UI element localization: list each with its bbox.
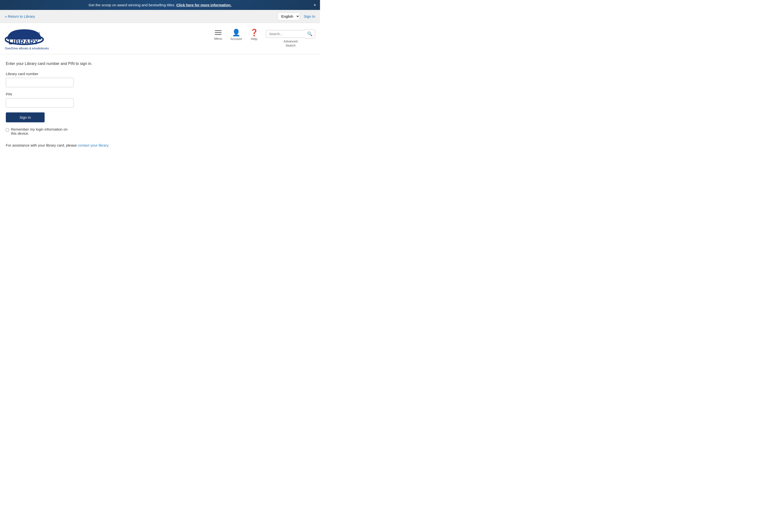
assistance-prefix: For assistance with your library card, p… xyxy=(6,143,77,147)
language-select[interactable]: English xyxy=(277,12,300,20)
banner-text: Get the scoop on award winning and bests… xyxy=(88,3,175,7)
remember-row: Remember my login information on this de… xyxy=(6,127,74,136)
card-number-input[interactable] xyxy=(6,78,74,87)
card-number-label: Library card number xyxy=(6,72,314,76)
logo-subtitle: OverDrive eBooks & eAudiobooks xyxy=(5,47,58,50)
assistance-text: For assistance with your library card, p… xyxy=(6,143,314,147)
banner-link[interactable]: Click here for more information. xyxy=(176,3,231,7)
help-button[interactable]: ❓ Help xyxy=(248,29,260,41)
main-content: Enter your Library card number and PIN t… xyxy=(0,54,320,155)
account-label: Account xyxy=(230,37,242,41)
search-input[interactable] xyxy=(266,30,305,38)
hamburger-icon xyxy=(214,29,222,36)
remember-checkbox[interactable] xyxy=(6,128,9,132)
announcement-banner: Get the scoop on award winning and bests… xyxy=(0,0,320,10)
menu-button[interactable]: Menu xyxy=(212,29,224,40)
top-nav-right: English Sign In xyxy=(277,12,315,20)
search-row: 🔍 xyxy=(266,29,315,38)
site-header: LIBRARY TORONTO PUBLIC OverDrive eBooks … xyxy=(0,23,320,54)
hamburger-line-2 xyxy=(215,32,222,33)
advanced-search-link[interactable]: AdvancedSearch xyxy=(283,39,298,48)
contact-library-link[interactable]: contact your library. xyxy=(78,143,109,147)
pin-label: PIN xyxy=(6,92,314,96)
remember-label: Remember my login information on this de… xyxy=(11,127,74,136)
top-signin-link[interactable]: Sign In xyxy=(304,14,315,18)
library-logo: LIBRARY TORONTO PUBLIC xyxy=(5,27,58,46)
account-button[interactable]: 👤 Account xyxy=(230,29,242,41)
top-nav-bar: « Return to Library English Sign In xyxy=(0,10,320,23)
card-number-group: Library card number xyxy=(6,72,314,87)
search-area: 🔍 AdvancedSearch xyxy=(266,29,315,48)
search-button[interactable]: 🔍 xyxy=(305,29,315,38)
intro-text: Enter your Library card number and PIN t… xyxy=(6,61,314,66)
hamburger-line-1 xyxy=(215,30,222,31)
help-icon: ❓ xyxy=(250,29,258,36)
account-icon: 👤 xyxy=(232,29,240,36)
pin-group: PIN xyxy=(6,92,314,107)
banner-close-button[interactable]: × xyxy=(314,3,316,7)
hamburger-line-3 xyxy=(215,34,222,35)
pin-input[interactable] xyxy=(6,98,74,107)
signin-button[interactable]: Sign In xyxy=(6,112,45,122)
svg-text:TORONTO: TORONTO xyxy=(27,32,40,35)
logo-area: LIBRARY TORONTO PUBLIC OverDrive eBooks … xyxy=(5,27,58,50)
help-label: Help xyxy=(251,37,257,41)
return-to-library-link[interactable]: « Return to Library xyxy=(5,14,35,18)
svg-text:LIBRARY: LIBRARY xyxy=(8,38,38,46)
svg-text:PUBLIC: PUBLIC xyxy=(27,35,37,38)
menu-label: Menu xyxy=(214,37,222,40)
nav-icons: Menu 👤 Account ❓ Help 🔍 AdvancedSearch xyxy=(212,29,315,48)
